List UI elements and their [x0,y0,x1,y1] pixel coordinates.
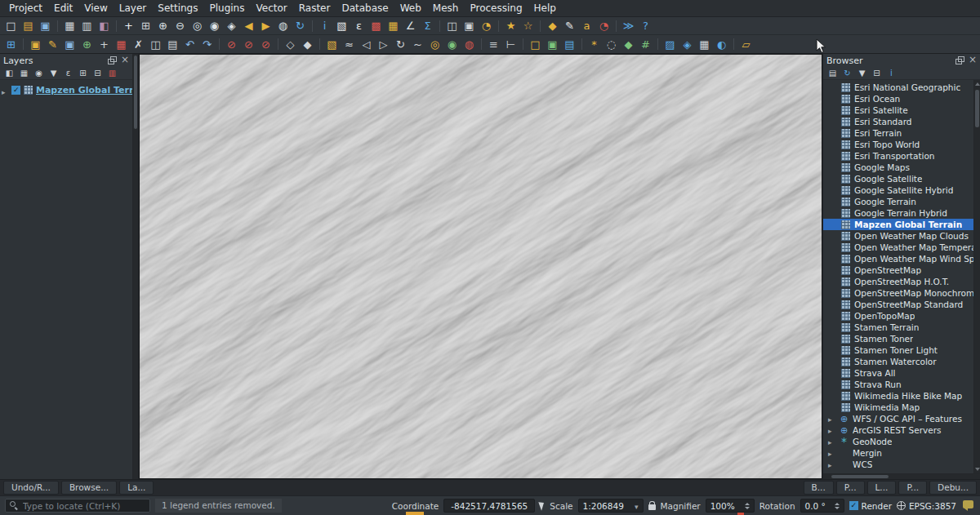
simplify-feature-icon[interactable]: ~ [409,36,426,52]
grass-tools-icon[interactable]: # [637,36,654,52]
map-tips-icon[interactable]: ◆ [544,18,561,34]
layout-checker-icon[interactable]: ▦ [696,36,713,52]
close-panel-icon[interactable] [118,55,129,65]
properties-widget-icon[interactable]: i [884,68,898,79]
paste-features-icon[interactable]: ▤ [164,36,181,52]
browser-item[interactable]: Open Weather Map Clouds [823,230,973,242]
browser-item[interactable]: Esri Satellite [823,104,973,116]
browser-item[interactable]: Strava Run [823,379,973,390]
select-by-expression-icon[interactable]: ε [350,18,368,34]
python-console-icon[interactable]: ≫ [620,18,637,34]
enable-snapping-icon[interactable]: ⊘ [223,36,240,52]
temporal-controller-icon[interactable]: ◔ [478,18,495,34]
browser-item[interactable]: Esri Ocean [823,93,973,104]
manage-map-themes-icon[interactable]: ◉ [32,68,46,79]
expand-arrow-icon[interactable] [828,425,835,435]
remove-layer-icon[interactable]: ▥ [105,68,119,79]
filter-legend-icon[interactable]: ▼ [47,68,60,79]
browser-horizontal-scrollbar[interactable] [823,473,980,479]
spinner-arrows-icon[interactable] [835,503,840,509]
new-print-layout-icon[interactable]: ▦ [61,18,78,34]
annotations-toolbar-icon[interactable]: ▱ [737,36,755,52]
browser-item[interactable]: Stamen Toner Light [823,344,973,356]
select-by-location-icon[interactable]: ▨ [662,36,679,52]
measure-icon[interactable]: ∠ [402,18,419,34]
browser-item[interactable]: Wikimedia Hike Bike Map [823,390,973,402]
menu-database[interactable]: Database [336,1,394,16]
tab-log[interactable]: L... [867,481,897,495]
browser-item[interactable]: Esri Terrain [823,127,973,139]
menu-settings[interactable]: Settings [152,1,203,16]
spinner-arrows-icon[interactable] [745,503,750,509]
layers-scrollbar[interactable] [132,54,138,479]
tab-debugging[interactable]: Debu... [929,481,977,495]
toggle-editing-icon[interactable]: ✎ [44,36,61,52]
zoom-in-icon[interactable]: ⊕ [154,18,172,34]
rotate-feature-icon[interactable]: ↻ [392,36,409,52]
float-panel-icon[interactable] [106,55,117,65]
browser-item[interactable]: Google Terrain [823,196,973,207]
new-geopackage-layer-icon[interactable]: ▣ [544,36,561,52]
cut-features-icon[interactable]: ✗ [130,36,147,52]
browser-item[interactable]: GeoNode [823,436,973,447]
menu-view[interactable]: View [78,1,113,16]
zoom-to-selection-icon[interactable]: ◉ [206,18,223,34]
tab-undo-redo[interactable]: Undo/R... [3,481,59,495]
menu-mesh[interactable]: Mesh [427,1,465,16]
browser-item[interactable]: Stamen Watercolor [823,356,973,367]
statistical-summary-icon[interactable]: Σ [419,18,436,34]
offset-curve-icon[interactable]: ≡ [485,36,502,52]
open-attribute-table-icon[interactable]: ▦ [385,18,402,34]
vertex-tool-icon[interactable]: ◇ [282,36,299,52]
tab-browser-secondary[interactable]: Browse... [61,481,117,495]
delete-selected-icon[interactable]: ▦ [113,36,130,52]
redo-icon[interactable]: ↷ [198,36,216,52]
browser-item[interactable]: Open Weather Map Temperature [823,242,973,253]
refresh-browser-icon[interactable]: ↻ [840,68,854,79]
coordinate-value[interactable]: -842517,4781565 [443,499,535,513]
metasearch-icon[interactable]: ◐ [713,36,730,52]
avoid-intersections-icon[interactable]: ⊘ [257,36,274,52]
new-project-icon[interactable]: □ [2,18,20,34]
add-part-icon[interactable]: ◉ [443,36,461,52]
open-project-icon[interactable]: ▤ [20,18,37,34]
browser-item[interactable]: Stamen Toner [823,333,973,344]
menu-project[interactable]: Project [3,1,48,16]
menu-layer[interactable]: Layer [114,1,152,16]
current-edits-icon[interactable]: ▣ [27,36,44,52]
browser-item[interactable]: Google Terrain Hybrid [823,207,973,219]
browser-item[interactable]: Wikimedia Map [823,402,973,413]
filter-browser-icon[interactable]: ▼ [855,68,869,79]
menu-help[interactable]: Help [528,1,562,16]
browser-item[interactable]: OpenStreetMap Monochrome [823,287,973,299]
new-virtual-layer-icon[interactable]: ▤ [561,36,578,52]
add-group-icon[interactable]: ▦ [17,68,31,79]
browser-item[interactable]: Esri Standard [823,116,973,127]
render-checkbox[interactable]: Render [849,501,892,511]
merge-features-icon[interactable]: ▷ [375,36,392,52]
locate-search[interactable] [5,499,150,513]
style-manager-icon[interactable]: ◧ [96,18,113,34]
browser-item[interactable]: Google Satellite Hybrid [823,184,973,196]
scale-combo[interactable]: 1:206849 [578,499,644,513]
menu-web[interactable]: Web [394,1,427,16]
messages-icon[interactable] [963,500,973,508]
lock-scale-icon[interactable] [648,504,656,510]
menu-raster[interactable]: Raster [293,1,336,16]
mouse-position-icon[interactable] [539,500,546,510]
browser-item[interactable]: Stamen Terrain [823,322,973,333]
crs-button[interactable]: EPSG:3857 [897,501,956,511]
browser-item[interactable]: Open Weather Map Wind Speed [823,253,973,264]
reshape-features-icon[interactable]: ≈ [341,36,358,52]
enable-tracing-icon[interactable]: ⊘ [240,36,257,52]
expand-arrow-icon[interactable] [828,414,835,424]
browser-item[interactable]: Strava All [823,367,973,379]
browser-item[interactable]: Esri Transportation [823,150,973,162]
browser-item[interactable]: ArcGIS REST Servers [823,424,973,436]
browser-item[interactable]: Google Satellite [823,173,973,184]
browser-item[interactable]: Mapzen Global Terrain [823,219,973,230]
browser-vertical-scrollbar[interactable] [973,80,980,473]
split-features-icon[interactable]: ◁ [358,36,375,52]
osm-search-icon[interactable]: ◌ [603,36,620,52]
text-annotation-icon[interactable]: ✎ [561,18,578,34]
